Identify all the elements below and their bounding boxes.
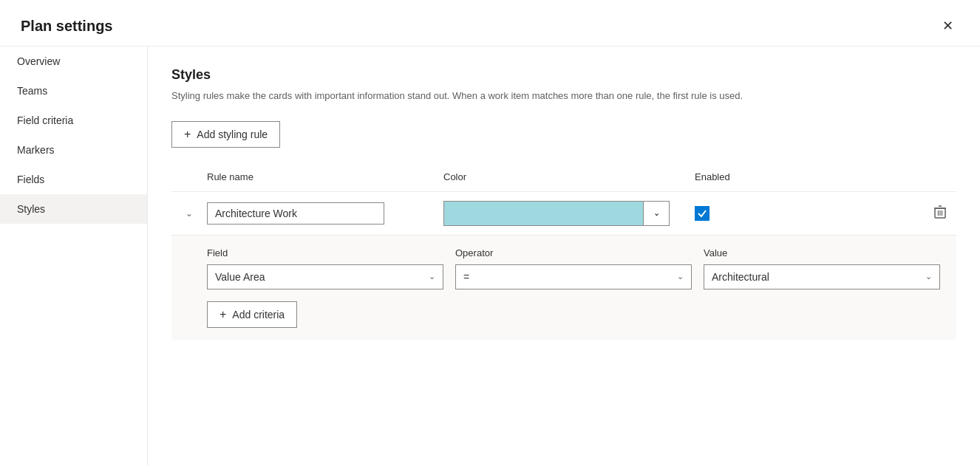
field-chevron-icon: ⌄ [429,272,435,281]
enabled-cell [695,206,843,221]
close-icon: ✕ [942,18,953,34]
dialog-title: Plan settings [21,18,112,35]
sidebar-item-styles[interactable]: Styles [0,194,147,224]
section-description: Styling rules make the cards with import… [171,89,911,103]
col-color: Color [443,168,695,185]
checkmark-icon [698,209,707,218]
sidebar-item-teams[interactable]: Teams [0,76,147,106]
operator-col-label: Operator [455,247,692,258]
col-enabled: Enabled [695,168,843,185]
plan-settings-dialog: Plan settings ✕ Overview Teams Field cri… [0,0,980,466]
operator-value: = [463,271,469,283]
delete-rule-button[interactable] [930,201,950,226]
value-chevron-icon: ⌄ [925,272,932,281]
color-swatch[interactable] [443,201,643,226]
sidebar-item-markers[interactable]: Markers [0,135,147,165]
chevron-down-icon: ⌄ [186,208,193,219]
add-criteria-label: Add criteria [232,309,285,321]
sidebar: Overview Teams Field criteria Markers Fi… [0,47,148,466]
add-criteria-button[interactable]: + Add criteria [207,301,297,328]
rule-row: ⌄ ⌄ [171,192,956,236]
sidebar-item-overview[interactable]: Overview [0,47,147,76]
criteria-section: Field Operator Value Value Area ⌄ = ⌄ Ar… [171,236,956,340]
value-col-label: Value [704,247,940,258]
chevron-down-icon: ⌄ [653,208,660,218]
actions-cell [843,201,956,226]
dialog-header: Plan settings ✕ [0,0,980,46]
add-styling-rule-button[interactable]: + Add styling rule [171,121,280,148]
add-rule-label: Add styling rule [197,129,268,140]
col-rule-name: Rule name [207,168,443,185]
section-title: Styles [171,67,956,83]
dialog-body: Overview Teams Field criteria Markers Fi… [0,46,980,466]
plus-icon: + [184,128,191,141]
rule-name-cell [207,202,443,225]
trash-icon [934,208,946,221]
color-dropdown-button[interactable]: ⌄ [643,201,670,226]
criteria-value: Architectural [712,271,769,283]
table-header: Rule name Color Enabled [171,168,956,192]
sidebar-item-field-criteria[interactable]: Field criteria [0,106,147,135]
field-col-label: Field [207,247,443,258]
operator-dropdown[interactable]: = ⌄ [455,264,692,289]
rule-name-input[interactable] [207,202,384,225]
main-content: Styles Styling rules make the cards with… [148,47,980,466]
operator-chevron-icon: ⌄ [677,272,684,281]
value-dropdown[interactable]: Architectural ⌄ [704,264,940,289]
field-dropdown[interactable]: Value Area ⌄ [207,264,443,289]
color-picker-cell: ⌄ [443,201,695,226]
criteria-header: Field Operator Value [207,247,921,258]
col-actions [843,168,956,185]
plus-icon: + [220,308,226,321]
criteria-row: Value Area ⌄ = ⌄ Architectural ⌄ [207,264,921,289]
enabled-checkbox[interactable] [695,206,710,221]
field-value: Value Area [215,271,265,283]
close-button[interactable]: ✕ [936,15,959,37]
expand-rule-button[interactable]: ⌄ [171,205,207,222]
sidebar-item-fields[interactable]: Fields [0,165,147,194]
col-expand [171,168,207,185]
